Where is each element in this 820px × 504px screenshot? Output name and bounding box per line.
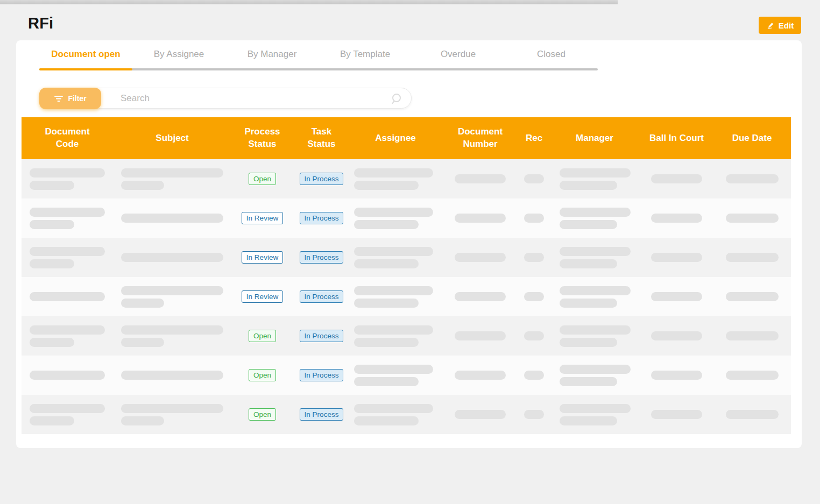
skeleton-bar xyxy=(121,286,223,295)
cell-assignee xyxy=(350,356,441,395)
skeleton-bar xyxy=(560,299,617,308)
cell-task: In Process xyxy=(293,198,350,238)
tab-by-assignee[interactable]: By Assignee xyxy=(132,40,225,68)
skeleton-bar xyxy=(354,247,433,256)
cell-task: In Process xyxy=(293,356,350,395)
column-header-assignee: Assignee xyxy=(350,117,441,159)
skeleton-bar xyxy=(726,253,779,262)
page-title: RFi xyxy=(28,15,53,32)
tab-overdue[interactable]: Overdue xyxy=(412,40,505,68)
horizontal-scrollbar[interactable] xyxy=(0,0,618,4)
skeleton-bar xyxy=(560,365,631,374)
skeleton-bar xyxy=(524,174,544,183)
skeleton-bar xyxy=(121,214,223,223)
table-row[interactable]: In ReviewIn Process xyxy=(22,198,791,238)
table-row[interactable]: OpenIn Process xyxy=(22,356,791,395)
cell-doc-code xyxy=(22,395,113,434)
cell-rec xyxy=(519,238,549,277)
active-tab-indicator xyxy=(39,68,132,70)
skeleton-bar xyxy=(354,404,433,413)
cell-doc-num xyxy=(441,395,519,434)
tab-bar: Document open By Assignee By Manager By … xyxy=(39,40,598,68)
cell-due xyxy=(713,395,791,434)
skeleton-bar xyxy=(651,371,702,380)
cell-process: Open xyxy=(231,356,293,395)
tab-closed[interactable]: Closed xyxy=(505,40,598,68)
skeleton-bar xyxy=(560,168,631,178)
skeleton-bar xyxy=(30,247,105,256)
cell-manager xyxy=(549,238,640,277)
skeleton-bar xyxy=(30,292,105,301)
skeleton-bar xyxy=(651,253,702,262)
edit-button-label: Edit xyxy=(779,21,794,30)
skeleton-bar xyxy=(121,371,223,380)
table-row[interactable]: OpenIn Process xyxy=(22,316,791,356)
skeleton-bar xyxy=(121,299,164,308)
table-row[interactable]: In ReviewIn Process xyxy=(22,238,791,277)
cell-doc-num xyxy=(441,198,519,238)
cell-assignee xyxy=(350,395,441,434)
skeleton-bar xyxy=(121,181,164,190)
column-header-process-status: Process Status xyxy=(231,117,293,159)
skeleton-bar xyxy=(455,292,506,301)
skeleton-bar xyxy=(354,168,433,178)
skeleton-bar xyxy=(30,168,105,178)
column-header-manager: Manager xyxy=(549,117,640,159)
cell-subject xyxy=(113,198,231,238)
cell-due xyxy=(713,356,791,395)
column-header-document-code: Document Code xyxy=(22,117,113,159)
cell-task: In Process xyxy=(293,159,350,198)
cell-subject xyxy=(113,356,231,395)
skeleton-bar xyxy=(726,371,779,380)
cell-rec xyxy=(519,198,549,238)
cell-process: In Review xyxy=(231,198,293,238)
filter-button-label: Filter xyxy=(68,94,86,103)
skeleton-bar xyxy=(726,292,779,301)
skeleton-bar xyxy=(651,174,702,183)
cell-subject xyxy=(113,316,231,356)
cell-doc-code xyxy=(22,356,113,395)
cell-manager xyxy=(549,395,640,434)
skeleton-bar xyxy=(651,292,702,301)
table-row[interactable]: OpenIn Process xyxy=(22,395,791,434)
skeleton-bar xyxy=(560,416,617,425)
task-status-badge: In Process xyxy=(300,408,344,421)
table-header-row: Document Code Subject Process Status Tas… xyxy=(22,117,791,159)
skeleton-bar xyxy=(30,338,74,347)
skeleton-bar xyxy=(354,259,419,268)
skeleton-bar xyxy=(121,325,223,335)
cell-process: In Review xyxy=(231,238,293,277)
table-row[interactable]: In ReviewIn Process xyxy=(22,277,791,316)
cell-ball xyxy=(640,159,713,198)
skeleton-bar xyxy=(524,331,544,340)
skeleton-bar xyxy=(30,416,74,425)
cell-doc-code xyxy=(22,159,113,198)
edit-button[interactable]: Edit xyxy=(759,17,801,34)
cell-task: In Process xyxy=(293,238,350,277)
skeleton-bar xyxy=(455,174,506,183)
filter-lines-icon xyxy=(54,95,63,102)
cell-task: In Process xyxy=(293,277,350,316)
cell-doc-code xyxy=(22,277,113,316)
tab-document-open[interactable]: Document open xyxy=(39,40,132,68)
skeleton-bar xyxy=(524,371,544,380)
filter-button[interactable]: Filter xyxy=(39,88,101,109)
skeleton-bar xyxy=(560,220,617,229)
skeleton-bar xyxy=(726,331,779,340)
tab-by-manager[interactable]: By Manager xyxy=(225,40,319,68)
cell-ball xyxy=(640,238,713,277)
column-header-subject: Subject xyxy=(113,117,231,159)
cell-doc-num xyxy=(441,238,519,277)
skeleton-bar xyxy=(560,286,631,295)
cell-doc-num xyxy=(441,316,519,356)
skeleton-bar xyxy=(354,299,419,308)
magnifier-icon[interactable] xyxy=(391,93,404,108)
table-row[interactable]: OpenIn Process xyxy=(22,159,791,198)
skeleton-bar xyxy=(30,371,105,380)
cell-due xyxy=(713,277,791,316)
tab-by-template[interactable]: By Template xyxy=(319,40,412,68)
skeleton-bar xyxy=(560,377,617,386)
cell-doc-code xyxy=(22,238,113,277)
task-status-badge: In Process xyxy=(300,369,344,382)
process-status-badge: Open xyxy=(249,173,276,186)
